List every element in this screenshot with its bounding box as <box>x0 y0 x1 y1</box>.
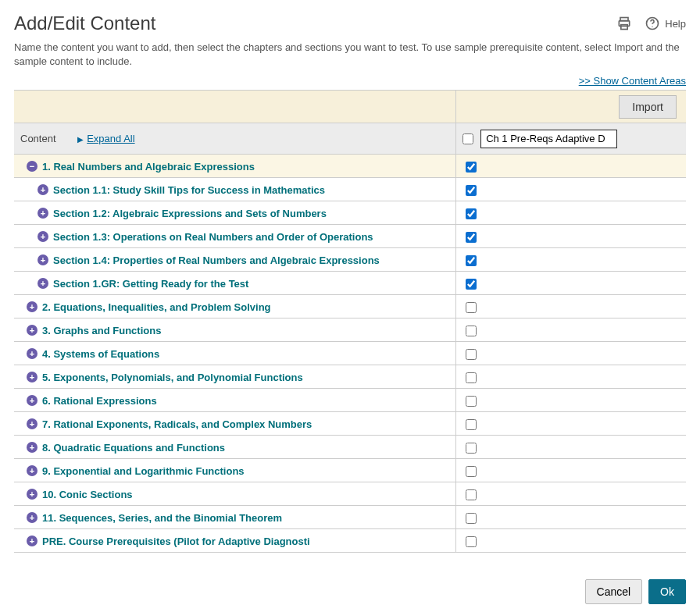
expand-icon[interactable]: + <box>38 184 48 195</box>
row-checkbox[interactable] <box>466 513 477 524</box>
row-label[interactable]: 10. Conic Sections <box>42 489 133 500</box>
row-checkbox[interactable] <box>466 279 477 290</box>
help-label: Help <box>665 18 686 30</box>
row-label[interactable]: Section 1.2: Algebraic Expressions and S… <box>53 208 327 219</box>
expand-icon[interactable]: + <box>38 208 48 219</box>
page-header: Add/Edit Content Help <box>14 12 686 34</box>
row-checkbox[interactable] <box>466 302 477 313</box>
table-row: +7. Rational Exponents, Radicals, and Co… <box>14 412 686 436</box>
content-name-input[interactable] <box>480 130 617 148</box>
table-row: +8. Quadratic Equations and Functions <box>14 436 686 459</box>
ok-button[interactable]: Ok <box>648 579 686 604</box>
row-label[interactable]: 2. Equations, Inequalities, and Problem … <box>42 301 271 313</box>
expand-icon[interactable]: + <box>27 489 38 500</box>
help-button[interactable]: Help <box>645 16 686 31</box>
expand-icon[interactable]: + <box>27 301 38 312</box>
content-column-label: Content <box>20 133 56 144</box>
expand-icon[interactable]: + <box>27 536 38 546</box>
row-checkbox[interactable] <box>466 208 477 219</box>
expand-icon[interactable]: + <box>27 512 38 523</box>
table-row: +5. Exponents, Polynomials, and Polynomi… <box>14 365 686 389</box>
row-checkbox[interactable] <box>466 326 477 336</box>
table-row: −1. Real Numbers and Algebraic Expressio… <box>14 155 686 178</box>
table-header-row: Content ▶Expand All <box>14 123 686 155</box>
show-content-areas-link[interactable]: >> Show Content Areas <box>14 75 686 87</box>
table-row: +4. Systems of Equations <box>14 342 686 365</box>
content-table: Import Content ▶Expand All −1. Real Numb… <box>14 90 686 553</box>
table-row: +Section 1.4: Properties of Real Numbers… <box>14 248 686 272</box>
row-label[interactable]: 3. Graphs and Functions <box>42 325 161 336</box>
import-button[interactable]: Import <box>619 95 677 119</box>
row-label[interactable]: Section 1.4: Properties of Real Numbers … <box>53 254 380 266</box>
row-label[interactable]: 7. Rational Exponents, Radicals, and Com… <box>42 418 312 430</box>
row-label[interactable]: 4. Systems of Equations <box>42 348 159 360</box>
row-label[interactable]: 8. Quadratic Equations and Functions <box>42 442 225 454</box>
expand-tri-icon: ▶ <box>77 135 84 144</box>
expand-icon[interactable]: + <box>27 395 38 406</box>
row-label[interactable]: Section 1.GR: Getting Ready for the Test <box>53 278 248 290</box>
row-checkbox[interactable] <box>466 396 477 407</box>
row-label[interactable]: 9. Exponential and Logarithmic Functions <box>42 465 245 477</box>
select-all-checkbox[interactable] <box>462 133 473 144</box>
import-row: Import <box>14 91 686 123</box>
table-row: +3. Graphs and Functions <box>14 318 686 342</box>
expand-icon[interactable]: + <box>38 254 48 265</box>
expand-icon[interactable]: + <box>38 278 48 289</box>
page-title: Add/Edit Content <box>14 12 155 34</box>
row-checkbox[interactable] <box>466 349 477 360</box>
table-row: +10. Conic Sections <box>14 482 686 506</box>
table-row: +Section 1.GR: Getting Ready for the Tes… <box>14 272 686 295</box>
expand-icon[interactable]: + <box>38 231 48 242</box>
page-description: Name the content you want to add, then s… <box>14 41 686 69</box>
row-checkbox[interactable] <box>466 466 477 477</box>
collapse-icon[interactable]: − <box>27 161 38 172</box>
print-icon[interactable] <box>616 16 632 31</box>
table-row: +Section 1.3: Operations on Real Numbers… <box>14 225 686 248</box>
table-row: +11. Sequences, Series, and the Binomial… <box>14 506 686 529</box>
table-row: +Section 1.1: Study Skill Tips for Succe… <box>14 178 686 201</box>
expand-icon[interactable]: + <box>27 348 38 359</box>
row-checkbox[interactable] <box>466 443 477 454</box>
table-row: +Section 1.2: Algebraic Expressions and … <box>14 201 686 225</box>
cancel-button[interactable]: Cancel <box>585 579 643 604</box>
row-checkbox[interactable] <box>466 185 477 196</box>
row-label[interactable]: Section 1.3: Operations on Real Numbers … <box>53 231 373 243</box>
row-label[interactable]: PRE. Course Prerequisites (Pilot for Ada… <box>42 536 310 547</box>
table-row: +2. Equations, Inequalities, and Problem… <box>14 295 686 318</box>
table-row: +6. Rational Expressions <box>14 389 686 412</box>
row-label[interactable]: 11. Sequences, Series, and the Binomial … <box>42 512 282 524</box>
row-label[interactable]: 5. Exponents, Polynomials, and Polynomia… <box>42 372 303 383</box>
help-icon <box>645 16 660 31</box>
svg-point-4 <box>652 27 653 27</box>
row-checkbox[interactable] <box>466 419 477 430</box>
expand-all-link[interactable]: Expand All <box>87 133 134 144</box>
row-checkbox[interactable] <box>466 372 477 383</box>
expand-icon[interactable]: + <box>27 465 38 476</box>
table-row: +9. Exponential and Logarithmic Function… <box>14 459 686 482</box>
row-checkbox[interactable] <box>466 255 477 266</box>
header-actions: Help <box>616 16 686 31</box>
row-checkbox[interactable] <box>466 489 477 500</box>
expand-icon[interactable]: + <box>27 418 38 429</box>
row-label[interactable]: Section 1.1: Study Skill Tips for Succes… <box>53 184 325 196</box>
row-checkbox[interactable] <box>466 536 477 547</box>
footer-actions: Cancel Ok <box>14 579 686 604</box>
expand-icon[interactable]: + <box>27 372 38 382</box>
table-row: +PRE. Course Prerequisites (Pilot for Ad… <box>14 529 686 553</box>
row-checkbox[interactable] <box>466 162 477 173</box>
row-label[interactable]: 6. Rational Expressions <box>42 395 157 407</box>
expand-icon[interactable]: + <box>27 325 38 336</box>
row-label[interactable]: 1. Real Numbers and Algebraic Expression… <box>42 161 255 173</box>
expand-icon[interactable]: + <box>27 442 38 453</box>
row-checkbox[interactable] <box>466 232 477 243</box>
